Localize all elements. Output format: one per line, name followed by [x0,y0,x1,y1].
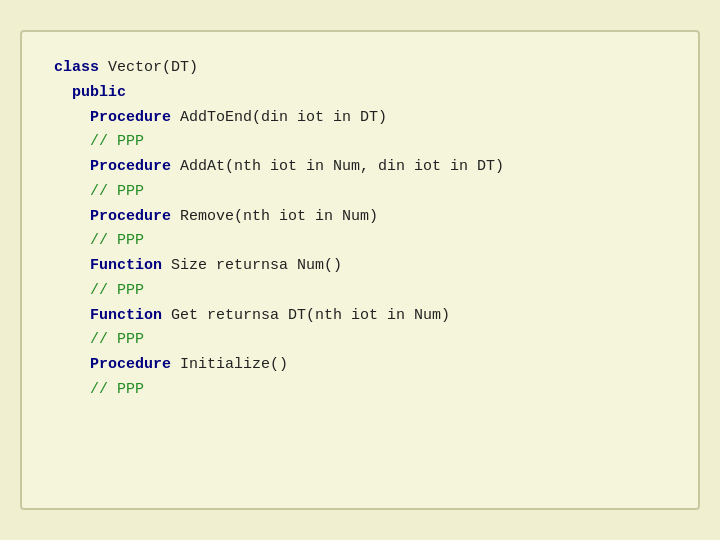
keyword-function-2: Function [90,307,162,324]
code-remove: Remove(nth iot in Num) [171,208,378,225]
code-block: class Vector(DT) public Procedure AddToE… [54,56,666,403]
code-size: Size returnsa Num() [162,257,342,274]
comment-4: // PPP [90,282,144,299]
comment-5: // PPP [90,331,144,348]
code-get: Get returnsa DT(nth iot in Num) [162,307,450,324]
keyword-procedure-2: Procedure [90,158,171,175]
code-addat: AddAt(nth iot in Num, din iot in DT) [171,158,504,175]
keyword-procedure-1: Procedure [90,109,171,126]
keyword-procedure-3: Procedure [90,208,171,225]
code-addtoend: AddToEnd(din iot in DT) [171,109,387,126]
comment-1: // PPP [90,133,144,150]
keyword-procedure-4: Procedure [90,356,171,373]
code-text: Vector(DT) [99,59,198,76]
code-container: class Vector(DT) public Procedure AddToE… [20,30,700,510]
keyword-public: public [72,84,126,101]
keyword-function-1: Function [90,257,162,274]
comment-6: // PPP [90,381,144,398]
comment-3: // PPP [90,232,144,249]
comment-2: // PPP [90,183,144,200]
code-initialize: Initialize() [171,356,288,373]
keyword-class: class [54,59,99,76]
